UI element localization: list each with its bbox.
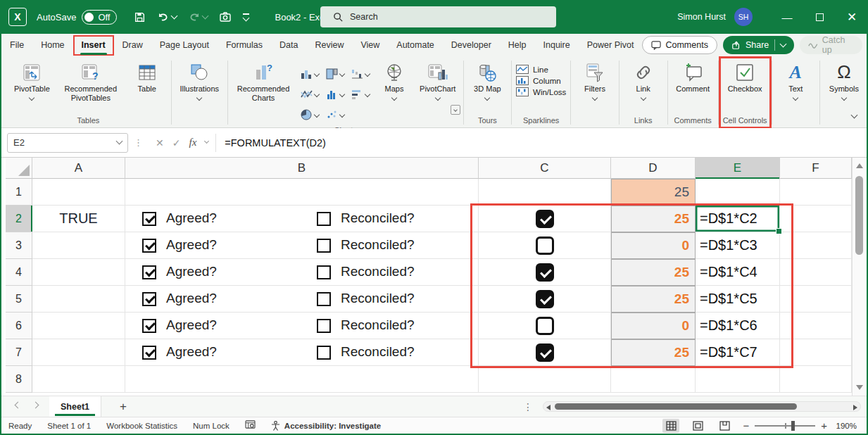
search-input[interactable]: Search [320,6,556,27]
cell-c4[interactable] [479,259,611,286]
column-header-d[interactable]: D [611,158,696,179]
customize-toolbar-button[interactable] [243,13,249,20]
cell-a1[interactable] [32,179,125,206]
cell-b6[interactable]: Agreed? Reconciled? [125,313,479,339]
macro-record-icon[interactable] [245,420,256,431]
link-button[interactable]: Link [624,59,663,103]
reconciled-checkbox[interactable] [317,319,331,333]
status-sheet-count[interactable]: Sheet 1 of 1 [47,422,91,430]
cell-f7[interactable] [780,339,852,366]
agreed-checkbox[interactable] [142,319,156,333]
agreed-checkbox[interactable] [142,346,156,360]
filters-button[interactable]: Filters [575,59,615,103]
row-header-5[interactable]: 5 [6,286,32,313]
enter-entry-icon[interactable]: ✓ [172,137,181,149]
agreed-checkbox[interactable] [142,292,156,306]
row-header-4[interactable]: 4 [6,259,32,286]
cell-c1[interactable] [479,179,611,206]
column-header-b[interactable]: B [125,158,479,179]
excel-app-icon[interactable]: X [8,8,27,26]
cell-b3[interactable]: Agreed? Reconciled? [125,232,479,259]
cell-e5[interactable]: =D$1*C5 [696,286,780,313]
cell-checkbox-c2[interactable] [536,210,554,228]
cell-c5[interactable] [479,286,611,313]
tab-insert[interactable]: Insert [73,35,114,56]
tab-data[interactable]: Data [271,35,306,56]
status-workbook-statistics[interactable]: Workbook Statistics [106,422,177,430]
cell-d1[interactable]: 25 [611,179,696,206]
row-header-8[interactable]: 8 [6,366,32,393]
tab-help[interactable]: Help [500,35,535,56]
tab-power-pivot[interactable]: Power Pivot [579,35,643,56]
agreed-checkbox[interactable] [142,212,156,226]
sparkline-line-button[interactable]: Line [516,65,566,74]
name-box[interactable]: E2 [7,133,128,153]
cell-e1[interactable] [696,179,780,206]
maximize-button[interactable] [803,0,836,34]
pivotchart-button[interactable]: PivotChart [415,59,460,103]
minimize-button[interactable]: — [771,0,803,34]
recommended-charts-button[interactable]: ? Recommended Charts [231,59,296,106]
cell-b5[interactable]: Agreed? Reconciled? [125,286,479,313]
scrollbar-resize-handle[interactable]: ⋮ [520,401,536,412]
cell-f8[interactable] [780,366,852,393]
row-header-7[interactable]: 7 [6,339,32,366]
tab-review[interactable]: Review [306,35,352,56]
cell-f2[interactable] [780,206,852,232]
cell-e4[interactable]: =D$1*C4 [696,259,780,286]
undo-button[interactable] [157,11,177,23]
cell-b2[interactable]: Agreed? Reconciled? [125,206,479,232]
3d-map-button[interactable]: 3D Map [467,59,507,103]
cell-d4[interactable]: 25 [611,259,696,286]
reconciled-checkbox[interactable] [317,239,331,253]
zoom-in-button[interactable]: + [821,420,827,431]
tab-automate[interactable]: Automate [388,35,443,56]
next-sheet-icon[interactable] [32,402,39,409]
cell-checkbox-c7[interactable] [536,343,554,362]
cell-c8[interactable] [479,366,611,393]
reconciled-checkbox[interactable] [317,212,331,226]
hierarchy-chart-button[interactable] [322,63,348,84]
symbols-button[interactable]: Ω Symbols [824,59,864,103]
column-header-e[interactable]: E [696,158,780,179]
column-chart-button[interactable] [297,63,322,84]
reconciled-checkbox[interactable] [317,265,331,279]
tab-home[interactable]: Home [32,35,73,56]
accessibility-status[interactable]: Accessibility: Investigate [271,421,381,431]
horizontal-scrollbar[interactable] [543,401,861,412]
cell-b7[interactable]: Agreed? Reconciled? [125,339,479,366]
row-header-3[interactable]: 3 [6,232,32,259]
camera-button[interactable] [219,11,232,23]
cell-f4[interactable] [780,259,852,286]
row-header-1[interactable]: 1 [6,179,32,206]
select-all-corner[interactable] [6,158,32,179]
zoom-slider-thumb[interactable] [791,421,795,431]
cell-e2-selected[interactable]: =D$1*C2 [696,206,780,232]
cell-d2[interactable]: 25 [611,206,696,232]
cell-b4[interactable]: Agreed? Reconciled? [125,259,479,286]
catchup-button[interactable]: Catch up [800,36,862,54]
line-chart-button[interactable] [297,84,322,104]
cell-a4[interactable] [32,259,125,286]
formula-input[interactable]: =FORMULATEXT(D2) [216,137,326,149]
agreed-checkbox[interactable] [142,239,156,253]
insert-function-icon[interactable]: fx [189,137,196,149]
cell-a6[interactable] [32,313,125,339]
bar-chart-button[interactable] [348,84,373,104]
formula-bar-handle[interactable]: ⋮ [134,137,143,148]
tab-inquire[interactable]: Inquire [535,35,579,56]
cell-d8[interactable] [611,366,696,393]
cell-f1[interactable] [780,179,852,206]
tab-file[interactable]: File [1,35,32,56]
text-button[interactable]: A Text [776,59,815,103]
zoom-slider[interactable] [755,421,815,431]
reconciled-checkbox[interactable] [317,292,331,306]
zoom-level[interactable]: 190% [833,422,857,430]
cell-e7[interactable]: =D$1*C7 [696,339,780,366]
vertical-scroll-thumb[interactable] [855,176,863,255]
sheet-tab-sheet1[interactable]: Sheet1 [49,396,101,417]
previous-sheet-icon[interactable] [15,402,22,409]
comments-button[interactable]: Comments [642,36,717,54]
new-sheet-button[interactable]: + [101,400,145,414]
agreed-checkbox[interactable] [142,265,156,279]
